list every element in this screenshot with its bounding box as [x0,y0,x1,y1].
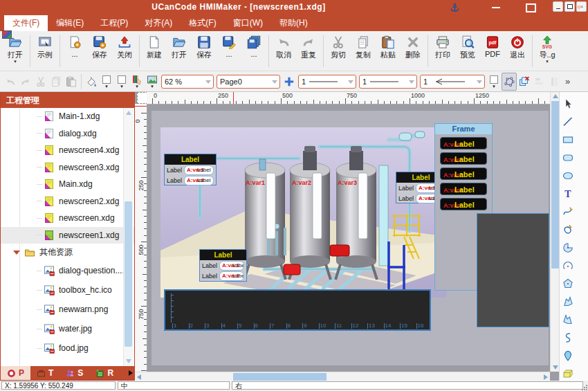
tree-scrollbar[interactable] [123,108,134,366]
menu-item-1[interactable]: 文件(F) [4,15,48,31]
preview-button[interactable]: 预览 [455,33,480,69]
scroll-right-icon[interactable] [544,374,548,380]
fill-color-button[interactable]: ▼ [99,73,114,91]
dropdown-arrow-icon[interactable]: ▼ [545,60,549,63]
tree-file-Main-xdg[interactable]: Main.xdg [1,176,134,193]
tool-shape-s-button[interactable] [562,329,574,347]
drawing-page[interactable]: A:var1 A:var2 A:var3 [151,111,549,365]
add-page-button[interactable] [282,73,297,91]
save-as-button[interactable]: ... [217,33,241,69]
frame-label-button[interactable]: A:var5Label [440,198,487,210]
menu-item-6[interactable]: 窗口(W) [225,15,271,31]
tool-text-button[interactable]: T [562,185,574,203]
dropdown-arrow-icon[interactable]: ▼ [135,85,139,89]
frame-label-button[interactable]: A:var4Label [440,183,487,195]
delete-button[interactable]: 删除 [401,33,425,69]
combo-arrow-icon[interactable] [409,80,414,84]
tree-folder-resources[interactable]: 其他资源 [1,244,134,261]
arrow-style-combo[interactable]: 1 [420,75,485,89]
scroll-down-icon[interactable] [553,365,558,370]
minimize-button[interactable] [487,1,505,14]
menu-item-5[interactable]: 格式(F) [181,15,224,31]
tree-file-Main-1-xdg[interactable]: Main-1.xdg [1,108,134,125]
resize-grip[interactable] [582,385,587,390]
dropdown-arrow-icon[interactable]: ▼ [104,85,109,89]
scroll-left-icon[interactable] [137,374,141,380]
canvas-horizontal-scrollbar[interactable] [135,372,550,381]
tool-rect-button[interactable] [562,131,574,149]
menu-item-4[interactable]: 对齐(A) [136,15,181,31]
paste-button[interactable]: 粘贴 [376,33,401,69]
canvas-vertical-scrollbar[interactable] [550,92,560,372]
tree-file-newscreen1-xdg[interactable]: newscreen1.xdg [1,227,134,244]
label-group-3[interactable]: LabelLabelA:var1LabelLabelA:var2Label [199,249,247,282]
tool-shape-2-button[interactable] [562,311,574,329]
panel-tab-p[interactable]: P [1,366,30,380]
frame-label-button[interactable]: A:var2Label [440,152,487,165]
frame-label-button[interactable]: A:var3Label [440,167,487,180]
tree-resource-water-jpg[interactable]: water.jpg [1,319,134,338]
tree-file-newscreen3-xdg[interactable]: newscreen3.xdg [1,159,134,176]
tool-select-button[interactable] [562,95,574,113]
cut-button[interactable]: 剪切 [326,33,351,69]
page-combo[interactable]: Page0 [217,75,280,89]
shadow-color-button[interactable]: ▼ [486,73,502,91]
dropdown-arrow-icon[interactable]: ▼ [120,85,124,89]
page-options-button[interactable]: ... [62,33,87,69]
combo-arrow-icon[interactable] [205,80,211,84]
tool-pie-button[interactable] [562,239,574,257]
tool-shape-1-button[interactable] [562,293,574,311]
save-button[interactable]: 保存 [192,33,217,69]
delete-shape-button[interactable] [517,73,532,91]
collapse-arrow-icon[interactable] [13,251,20,255]
scroll-down-icon[interactable] [126,359,131,363]
print-button[interactable]: 打印 [430,33,455,69]
examples-button[interactable]: 示例 [33,33,57,69]
color-palette-button[interactable]: ▼ [129,73,145,91]
dropdown-arrow-icon[interactable]: ▼ [150,85,154,89]
tool-ellipse-button[interactable] [562,167,574,185]
insert-image-button[interactable]: ▼ [145,73,160,91]
menu-item-2[interactable]: 编辑(E) [48,15,92,31]
menu-item-3[interactable]: 工程(P) [92,15,136,31]
combo-arrow-icon[interactable] [348,80,353,84]
tree-file-newscreen-xdg[interactable]: newscreen.xdg [1,210,134,227]
edit-vertices-button[interactable] [502,73,517,91]
combo-arrow-icon[interactable] [477,80,482,84]
toolbar-overflow-button[interactable]: » [565,76,570,87]
tree-resource-food-jpg[interactable]: food.jpg [1,338,134,358]
tree-scrollbar-thumb[interactable] [125,201,132,347]
dropdown-arrow-icon[interactable]: ▼ [492,85,496,89]
svg-export-button[interactable]: SVG导..g▼ [535,33,560,69]
menu-overflow-icon[interactable] [576,6,582,10]
tool-arc-button[interactable] [562,257,574,275]
panel-tab-s[interactable]: S [59,366,89,380]
maximize-button[interactable] [522,1,540,14]
value-field[interactable]: A:var1Label [184,165,214,175]
tool-curve-button[interactable] [562,203,574,221]
mdi-minimize-button[interactable] [553,1,563,12]
value-field[interactable]: A:var2Label [219,271,244,281]
vertical-scroll-thumb[interactable] [551,101,559,269]
tool-balloon-button[interactable] [562,347,574,365]
tool-rounded-rect-button[interactable] [562,149,574,167]
tool-closed-curve-button[interactable] [562,221,574,239]
tab-more-icon[interactable] [129,370,133,376]
mdi-restore-button[interactable] [564,1,575,12]
tree-file-newscreen2-xdg[interactable]: newscreen2.xdg [1,193,134,210]
tree-resource-toolbox-hc-ico[interactable]: toolbox_hc.ico [1,280,134,300]
tree-resource-dialog-question----[interactable]: dialog-question.... [1,261,134,280]
pdf-export-button[interactable]: pdfPDF [480,33,505,69]
line-color-button[interactable]: ▼ [114,73,129,91]
horizontal-scroll-thumb[interactable] [233,373,327,381]
menu-item-7[interactable]: 帮助(H) [271,15,316,31]
rectangle-object[interactable] [477,213,549,327]
save-all-button[interactable]: ... [241,33,266,69]
value-field[interactable]: A:var1Label [219,261,244,271]
tree-resource-newwarn-png[interactable]: newwarn.png [1,300,134,319]
zoom-combo[interactable]: 62 % [161,75,214,89]
save-options-button[interactable]: 保存 [87,33,112,69]
anchor-icon[interactable] [445,1,463,14]
new-button[interactable]: 新建 [142,33,167,69]
dropdown-arrow-icon[interactable]: ▼ [13,60,17,63]
